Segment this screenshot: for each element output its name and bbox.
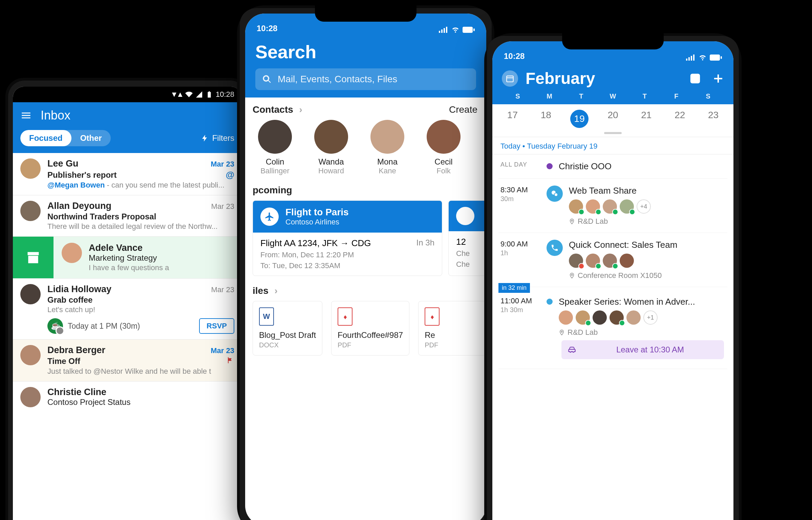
month-title[interactable]: February bbox=[526, 69, 595, 88]
word-icon: W bbox=[259, 307, 274, 326]
files-section: iles › WBlog_Post DraftDOCX ⬧FourthCoffe… bbox=[245, 279, 486, 358]
wifi-icon bbox=[698, 54, 707, 61]
svg-rect-12 bbox=[507, 76, 513, 82]
phone-calendar: 10:28 February SMTWTFS 17 18 bbox=[484, 33, 742, 520]
archive-action[interactable] bbox=[13, 237, 54, 278]
date-cell[interactable]: 22 bbox=[663, 110, 697, 128]
section-title[interactable]: Contacts › bbox=[253, 104, 302, 115]
svg-rect-6 bbox=[686, 59, 687, 61]
attendee-avatar bbox=[610, 310, 624, 325]
status-time: 10:28 bbox=[257, 24, 277, 33]
status-time: 10:28 bbox=[504, 51, 525, 61]
more-attendees[interactable]: +4 bbox=[637, 199, 651, 214]
svg-point-23 bbox=[561, 331, 562, 332]
location-icon bbox=[569, 218, 575, 224]
signal-icon bbox=[686, 55, 696, 61]
contact-item[interactable]: ColinBallinger bbox=[253, 120, 297, 175]
attendee-avatar bbox=[603, 199, 617, 214]
svg-point-22 bbox=[571, 274, 573, 276]
attendee-avatar bbox=[569, 199, 583, 214]
create-button[interactable]: Create bbox=[449, 104, 477, 115]
rsvp-button[interactable]: RSVP bbox=[199, 318, 234, 334]
tab-focused[interactable]: Focused bbox=[20, 130, 71, 146]
agenda-allday[interactable]: ALL DAY Christie OOO bbox=[498, 154, 727, 179]
attendee-avatar bbox=[626, 310, 641, 325]
search-input[interactable]: Mail, Events, Contacts, Files bbox=[255, 68, 476, 90]
phone-search: 10:28 Search Mail, Events, Contacts, Fil… bbox=[237, 5, 494, 520]
avatar bbox=[62, 243, 82, 263]
mail-item[interactable]: Lidia HollowayMar 23 Grab coffee Let's c… bbox=[13, 279, 242, 340]
file-item[interactable]: ⬧RePDF bbox=[418, 301, 486, 355]
section-title[interactable]: pcoming bbox=[253, 185, 292, 196]
date-cell[interactable]: 20 bbox=[596, 110, 630, 128]
svg-point-20 bbox=[554, 193, 558, 196]
tab-other[interactable]: Other bbox=[71, 130, 111, 146]
car-icon bbox=[568, 345, 576, 354]
contact-item[interactable]: MonaKane bbox=[365, 120, 410, 175]
mail-item-swiped[interactable]: Adele Vance Marketing Strategy I have a … bbox=[13, 237, 242, 279]
filters-button[interactable]: Filters bbox=[201, 133, 234, 143]
chat-icon bbox=[547, 186, 563, 202]
avatar bbox=[20, 158, 41, 179]
today-label: Today • Tuesday February 19 bbox=[492, 137, 733, 154]
more-attendees[interactable]: +1 bbox=[643, 310, 658, 325]
event-dot bbox=[547, 299, 553, 305]
file-item[interactable]: WBlog_Post DraftDOCX bbox=[253, 301, 322, 355]
battery-icon bbox=[710, 55, 722, 61]
focused-other-toggle[interactable]: Focused Other bbox=[20, 130, 111, 146]
svg-point-21 bbox=[571, 220, 573, 221]
attendee-avatar bbox=[603, 254, 617, 268]
svg-rect-8 bbox=[691, 56, 692, 61]
drag-handle[interactable] bbox=[604, 132, 622, 134]
mail-item[interactable]: Lee GuMar 23 Publisher's report@ @Megan … bbox=[13, 153, 242, 195]
agenda-event[interactable]: 9:00 AM1h Quick Connect: Sales Team Conf… bbox=[498, 233, 727, 287]
agenda-list: ALL DAY Christie OOO 8:30 AM30m Web Team… bbox=[492, 154, 733, 369]
attendee-avatar bbox=[586, 254, 600, 268]
date-cell-selected[interactable]: 19 bbox=[563, 110, 596, 128]
search-header: Search Mail, Events, Contacts, Files bbox=[245, 35, 486, 98]
upcoming-card[interactable]: 12 Che Che bbox=[448, 200, 486, 276]
date-cell[interactable]: 18 bbox=[529, 110, 563, 128]
event-dot bbox=[547, 163, 553, 169]
wifi-icon bbox=[185, 91, 193, 98]
contact-item[interactable]: WandaHoward bbox=[309, 120, 354, 175]
agenda-event[interactable]: 8:30 AM30m Web Team Share +4 R&D Lab bbox=[498, 179, 727, 233]
attendee-avatar bbox=[586, 199, 600, 214]
svg-rect-10 bbox=[710, 55, 720, 61]
chevron-right-icon: › bbox=[297, 104, 302, 115]
agenda-view-icon[interactable] bbox=[689, 73, 701, 84]
iphone-notch bbox=[315, 5, 416, 22]
card-icon bbox=[456, 207, 474, 225]
agenda-event[interactable]: in 32 min 11:00 AM1h 30m Speaker Series:… bbox=[498, 287, 727, 369]
date-picker-row[interactable]: 17 18 19 20 21 22 23 bbox=[492, 104, 733, 137]
upcoming-section: pcoming Flight to ParisContoso Airlines … bbox=[245, 178, 486, 279]
svg-rect-1 bbox=[441, 29, 443, 33]
svg-rect-4 bbox=[463, 27, 473, 33]
mail-item[interactable]: Christie Cline Contoso Project Status bbox=[13, 382, 242, 413]
svg-rect-9 bbox=[693, 55, 695, 61]
svg-rect-5 bbox=[473, 28, 475, 31]
flag-icon bbox=[226, 356, 234, 366]
hamburger-icon[interactable] bbox=[20, 110, 32, 121]
contact-item[interactable]: CecilFolk bbox=[421, 120, 466, 175]
mail-item[interactable]: Debra BergerMar 23 Time Off Just talked … bbox=[13, 340, 242, 382]
date-cell[interactable]: 17 bbox=[496, 110, 529, 128]
date-cell[interactable]: 21 bbox=[629, 110, 663, 128]
attendee-avatar bbox=[593, 310, 607, 325]
leave-reminder[interactable]: Leave at 10:30 AM bbox=[561, 340, 724, 359]
calendar-icon[interactable] bbox=[502, 70, 518, 87]
location-icon bbox=[569, 273, 575, 279]
section-title[interactable]: iles › bbox=[253, 285, 278, 296]
mail-item[interactable]: Allan DeyoungMar 23 Northwind Traders Pr… bbox=[13, 195, 242, 237]
attendee-avatar bbox=[559, 310, 573, 325]
battery-icon bbox=[206, 91, 213, 98]
location-icon bbox=[559, 329, 565, 335]
upcoming-card[interactable]: Flight to ParisContoso Airlines Flight A… bbox=[253, 200, 442, 276]
attendee-avatar bbox=[620, 199, 634, 214]
date-cell[interactable]: 23 bbox=[697, 110, 730, 128]
avatar bbox=[20, 284, 41, 304]
iphone-notch bbox=[562, 33, 664, 49]
add-event-icon[interactable] bbox=[712, 73, 724, 84]
file-item[interactable]: ⬧FourthCoffee#987PDF bbox=[331, 301, 409, 355]
attendee-avatar bbox=[576, 310, 590, 325]
